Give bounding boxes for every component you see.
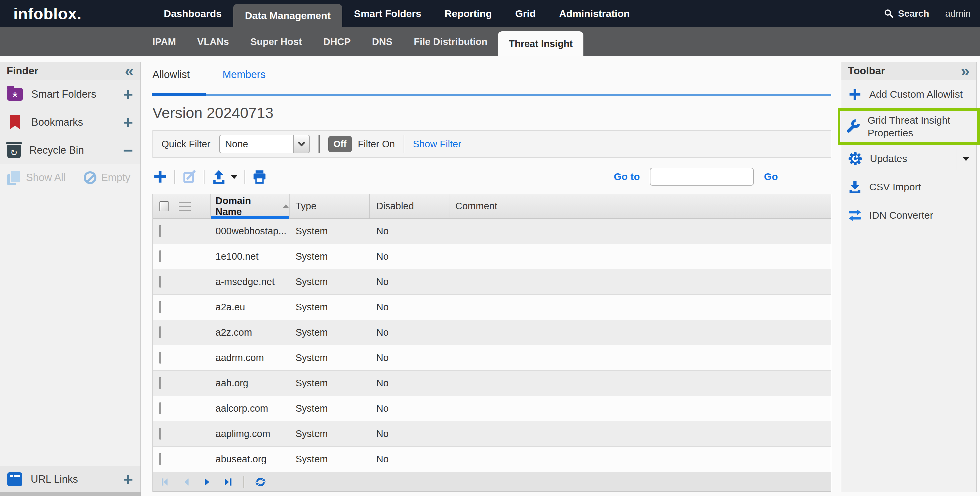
subnav-item-file-distribution[interactable]: File Distribution <box>403 27 498 56</box>
table-row[interactable]: aah.org System No <box>153 371 831 396</box>
column-header-comment[interactable]: Comment <box>450 194 831 219</box>
nav-item-data-management[interactable]: Data Management <box>233 4 342 27</box>
table-row[interactable]: a2z.com System No <box>153 320 831 345</box>
row-checkbox[interactable] <box>159 352 161 364</box>
column-menu-icon[interactable] <box>179 202 191 211</box>
cell-disabled: No <box>369 352 450 363</box>
row-checkbox[interactable] <box>159 301 161 313</box>
expand-panel-icon[interactable]: » <box>961 64 970 78</box>
refresh-icon[interactable] <box>255 476 266 488</box>
column-header-disabled[interactable]: Disabled <box>369 194 450 219</box>
first-page-icon[interactable] <box>161 477 171 487</box>
expand-url-links-button[interactable]: + <box>123 471 133 488</box>
print-icon[interactable] <box>252 169 267 184</box>
finder-empty-area <box>0 191 140 466</box>
goto-input[interactable] <box>650 168 754 185</box>
upload-icon[interactable] <box>211 169 226 184</box>
toolbar-item-idn-converter[interactable]: IDN Converter <box>841 201 976 229</box>
subnav-item-dhcp[interactable]: DHCP <box>313 27 361 56</box>
expand-bookmarks-button[interactable]: + <box>123 114 133 131</box>
nav-item-grid[interactable]: Grid <box>504 0 548 27</box>
collapse-panel-icon[interactable]: « <box>125 64 134 78</box>
subnav-item-threat-insight[interactable]: Threat Insight <box>498 31 584 56</box>
quick-filter-dropdown-button[interactable] <box>293 135 309 153</box>
global-search[interactable]: Search <box>883 8 929 19</box>
toolbar-item-add-custom-allowlist[interactable]: Add Custom Allowlist <box>841 80 976 108</box>
main-content: Allowlist Members Version 20240713 Quick… <box>141 56 841 496</box>
table-row[interactable]: a2a.eu System No <box>153 295 831 320</box>
cell-type: System <box>290 226 369 237</box>
finder-item-recycle-bin[interactable]: Recycle Bin − <box>0 136 140 164</box>
row-checkbox[interactable] <box>159 453 161 465</box>
row-checkbox[interactable] <box>159 377 161 389</box>
nav-item-smart-folders[interactable]: Smart Folders <box>342 0 433 27</box>
column-header-domain-name[interactable]: Domain Name <box>211 194 290 219</box>
next-page-icon[interactable] <box>202 477 212 487</box>
divider <box>957 148 957 170</box>
row-checkbox[interactable] <box>159 403 161 414</box>
table-row[interactable]: 1e100.net System No <box>153 244 831 269</box>
wrench-icon <box>846 119 860 134</box>
updates-dropdown[interactable] <box>957 148 970 170</box>
row-checkbox[interactable] <box>159 250 161 262</box>
quick-filter-select[interactable]: None <box>219 135 310 153</box>
nav-item-reporting[interactable]: Reporting <box>433 0 504 27</box>
toolbar-item-csv-import[interactable]: CSV Import <box>841 173 976 201</box>
upload-dropdown-caret[interactable] <box>231 175 238 179</box>
sidebar-bottom-strip <box>0 492 141 496</box>
collapse-recycle-bin-button[interactable]: − <box>123 142 133 159</box>
show-filter-link[interactable]: Show Filter <box>413 139 461 150</box>
toolbar-item-updates[interactable]: Updates <box>841 145 976 173</box>
go-button[interactable]: Go <box>764 171 778 182</box>
subnav-item-dns[interactable]: DNS <box>361 27 403 56</box>
previous-page-icon[interactable] <box>181 477 191 487</box>
nav-item-administration[interactable]: Administration <box>547 0 641 27</box>
expand-smart-folders-button[interactable]: + <box>123 86 133 103</box>
table-row[interactable]: a-msedge.net System No <box>153 269 831 295</box>
user-menu[interactable]: admin <box>945 8 970 19</box>
row-checkbox[interactable] <box>159 225 161 237</box>
filter-toggle[interactable]: Off <box>328 136 352 152</box>
table-row[interactable]: aalcorp.com System No <box>153 396 831 422</box>
nav-item-dashboards[interactable]: Dashboards <box>152 0 233 27</box>
finder-item-label: Recycle Bin <box>29 144 84 156</box>
infoblox-logo: infoblox. <box>13 5 130 23</box>
finder-item-url-links[interactable]: URL Links + <box>0 466 140 492</box>
subnav-item-super-host[interactable]: Super Host <box>240 27 313 56</box>
table-row[interactable]: 000webhostap... System No <box>153 219 831 244</box>
bookmark-icon <box>10 115 20 130</box>
csv-import-icon <box>848 180 862 194</box>
sorted-column-indicator <box>211 216 289 219</box>
row-checkbox[interactable] <box>159 326 161 338</box>
gear-update-icon <box>848 151 862 166</box>
empty-button[interactable]: Empty <box>101 172 130 184</box>
subnav-item-vlans[interactable]: VLANs <box>186 27 240 56</box>
finder-item-label: Bookmarks <box>31 116 83 128</box>
table-pagination <box>153 472 831 491</box>
toolbar-item-grid-threat-insight-properties[interactable]: Grid Threat Insight Properties <box>838 108 980 145</box>
finder-item-smart-folders[interactable]: * Smart Folders + <box>0 80 140 108</box>
cell-type: System <box>290 276 369 287</box>
show-all-button[interactable]: Show All <box>26 172 66 184</box>
finder-item-bookmarks[interactable]: Bookmarks + <box>0 108 140 136</box>
cell-disabled: No <box>369 302 450 313</box>
column-header-type[interactable]: Type <box>290 194 369 219</box>
table-row[interactable]: aadrm.com System No <box>153 345 831 371</box>
finder-item-label: Smart Folders <box>31 88 96 100</box>
tab-members[interactable]: Members <box>223 69 266 81</box>
search-icon <box>883 8 895 19</box>
plus-icon <box>848 87 862 101</box>
row-checkbox[interactable] <box>159 428 161 440</box>
table-row[interactable]: aaplimg.com System No <box>153 422 831 447</box>
last-page-icon[interactable] <box>223 477 233 487</box>
row-checkbox[interactable] <box>159 276 161 288</box>
tab-allowlist[interactable]: Allowlist <box>153 69 190 81</box>
add-icon[interactable] <box>153 169 168 184</box>
select-all-checkbox[interactable] <box>159 201 169 211</box>
cell-disabled: No <box>369 403 450 414</box>
subnav-item-ipam[interactable]: IPAM <box>142 27 186 56</box>
cell-type: System <box>290 403 369 414</box>
cell-domain: aaplimg.com <box>211 428 290 439</box>
edit-icon[interactable] <box>182 169 197 184</box>
table-row[interactable]: abuseat.org System No <box>153 447 831 472</box>
